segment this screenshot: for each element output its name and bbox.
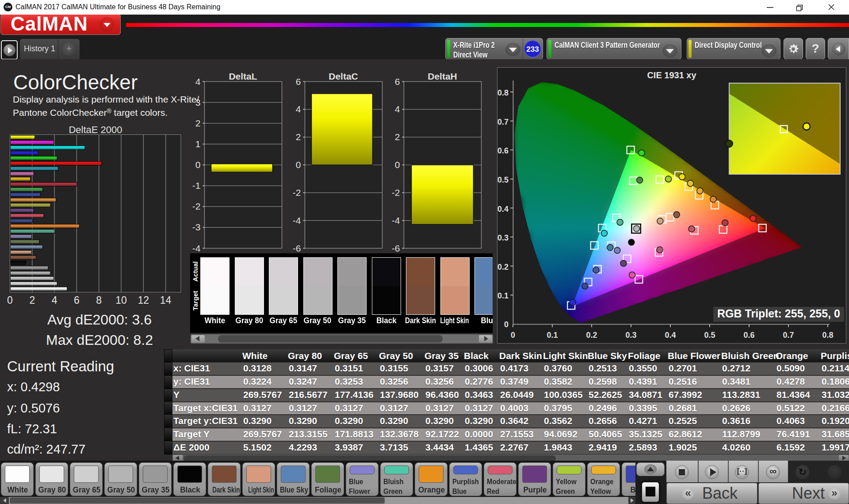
svg-text:-6: -6 — [392, 243, 400, 253]
svg-text:4: 4 — [296, 104, 301, 114]
svg-text:-6: -6 — [293, 243, 301, 253]
svg-text:-4: -4 — [392, 215, 400, 225]
svg-text:2: 2 — [395, 132, 400, 142]
svg-text:6: 6 — [74, 294, 80, 306]
svg-text:4: 4 — [195, 76, 201, 87]
svg-text:6: 6 — [296, 76, 301, 87]
svg-text:1: 1 — [195, 139, 201, 149]
svg-text:0: 0 — [296, 160, 301, 170]
svg-text:0: 0 — [511, 331, 515, 340]
svg-text:2: 2 — [195, 118, 201, 128]
svg-text:0.8: 0.8 — [822, 331, 833, 340]
svg-text:0.1: 0.1 — [547, 331, 558, 340]
svg-text:0.7: 0.7 — [497, 118, 509, 126]
svg-text:12: 12 — [138, 294, 149, 306]
svg-text:14: 14 — [160, 294, 172, 306]
svg-text:2: 2 — [29, 294, 35, 306]
svg-text:6: 6 — [395, 76, 400, 87]
svg-text:0.5: 0.5 — [497, 176, 509, 184]
svg-text:0.1: 0.1 — [497, 291, 509, 300]
svg-text:4: 4 — [52, 294, 57, 306]
svg-text:8: 8 — [96, 294, 102, 306]
svg-text:-4: -4 — [293, 215, 301, 225]
svg-text:0.7: 0.7 — [783, 331, 794, 340]
svg-text:0.4: 0.4 — [665, 331, 676, 340]
svg-text:-4: -4 — [192, 243, 201, 253]
svg-text:4: 4 — [395, 104, 400, 114]
svg-text:0: 0 — [7, 294, 13, 306]
svg-text:10: 10 — [115, 294, 127, 306]
svg-text:-3: -3 — [192, 222, 201, 232]
svg-text:-2: -2 — [293, 187, 301, 198]
svg-text:RGB Triplet: 255, 255, 0: RGB Triplet: 255, 255, 0 — [717, 307, 840, 320]
svg-text:-2: -2 — [392, 187, 400, 198]
svg-text:0.6: 0.6 — [497, 146, 509, 155]
svg-text:0.5: 0.5 — [704, 331, 715, 340]
svg-text:0.2: 0.2 — [497, 263, 509, 271]
svg-text:0.2: 0.2 — [586, 331, 597, 340]
svg-text:0.8: 0.8 — [497, 88, 509, 97]
svg-text:0: 0 — [504, 320, 509, 329]
svg-text:0.3: 0.3 — [625, 331, 636, 340]
svg-text:CIE 1931 xy: CIE 1931 xy — [647, 70, 696, 80]
svg-text:0: 0 — [195, 160, 201, 170]
svg-text:3: 3 — [195, 97, 201, 107]
svg-text:2: 2 — [296, 132, 301, 142]
svg-text:-1: -1 — [192, 180, 201, 191]
svg-text:0.3: 0.3 — [497, 233, 509, 242]
svg-text:0.6: 0.6 — [743, 331, 754, 340]
svg-text:0: 0 — [395, 160, 400, 170]
svg-text:-2: -2 — [192, 201, 201, 211]
svg-text:0.4: 0.4 — [497, 205, 509, 214]
